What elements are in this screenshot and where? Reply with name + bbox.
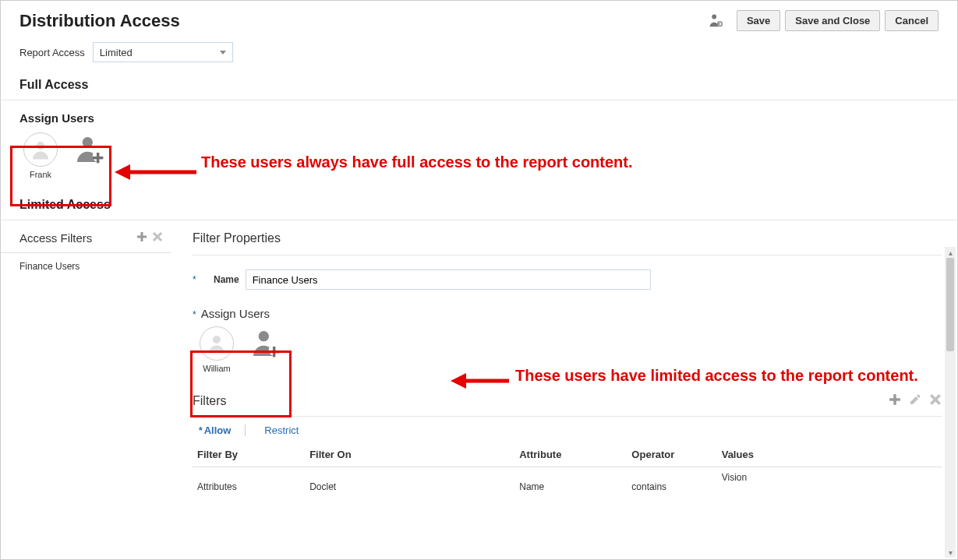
user-admin-icon[interactable] xyxy=(707,12,724,30)
assign-users-heading-limited: * Assign Users xyxy=(193,307,942,320)
add-user-button[interactable] xyxy=(72,132,107,167)
save-button[interactable]: Save xyxy=(737,10,780,31)
add-filter-icon[interactable] xyxy=(136,231,147,245)
access-filter-item[interactable]: Finance Users xyxy=(1,253,179,280)
assign-users-label: Assign Users xyxy=(201,307,270,320)
cell-values: Vision xyxy=(717,467,942,501)
required-marker: * xyxy=(193,309,196,320)
access-filters-header: Access Filters xyxy=(1,231,171,253)
tab-allow[interactable]: *Allow xyxy=(196,424,246,436)
user-chip[interactable]: Frank xyxy=(19,132,62,179)
full-access-users: Frank xyxy=(1,132,957,193)
table-header-row: Filter By Filter On Attribute Operator V… xyxy=(193,442,942,467)
user-name: William xyxy=(203,364,230,373)
svg-point-3 xyxy=(83,137,93,147)
svg-point-2 xyxy=(37,142,44,150)
delete-rule-icon[interactable] xyxy=(929,393,942,408)
scroll-thumb[interactable] xyxy=(946,258,954,351)
avatar-icon xyxy=(23,132,58,167)
report-access-value: Limited xyxy=(100,47,133,58)
limited-access-heading: Limited Access xyxy=(1,193,957,220)
report-access-label: Report Access xyxy=(19,47,85,58)
delete-filter-icon[interactable] xyxy=(152,231,163,245)
filters-header: Filters xyxy=(193,393,942,417)
scroll-down-icon[interactable]: ▾ xyxy=(945,547,956,558)
cell-filter-by: Attributes xyxy=(193,467,305,501)
access-filters-title: Access Filters xyxy=(19,231,92,245)
header-actions: Save Save and Close Cancel xyxy=(707,10,939,31)
cancel-button[interactable]: Cancel xyxy=(885,10,939,31)
edit-rule-icon[interactable] xyxy=(909,393,921,408)
page-header: Distribution Access Save Save and Close … xyxy=(1,1,957,36)
full-access-heading: Full Access xyxy=(1,73,957,100)
filter-name-input[interactable] xyxy=(246,269,651,290)
cell-filter-on: Doclet xyxy=(305,467,514,501)
svg-point-0 xyxy=(712,14,716,19)
tab-restrict[interactable]: Restrict xyxy=(261,424,302,436)
svg-point-10 xyxy=(213,336,221,343)
user-chip[interactable]: William xyxy=(196,326,238,373)
filters-title: Filters xyxy=(193,394,227,408)
scroll-up-icon[interactable]: ▴ xyxy=(945,247,956,258)
filters-tabs: *Allow Restrict xyxy=(193,417,942,442)
filters-table: Filter By Filter On Attribute Operator V… xyxy=(193,442,942,500)
filter-name-label: Name xyxy=(204,274,239,285)
svg-point-1 xyxy=(717,21,723,26)
save-and-close-button[interactable]: Save and Close xyxy=(785,10,880,31)
limited-access-users: William xyxy=(193,326,942,373)
filter-name-row: * Name xyxy=(193,269,942,290)
cell-operator: contains xyxy=(627,467,716,501)
add-user-button[interactable] xyxy=(249,326,283,361)
vertical-scrollbar[interactable]: ▴ ▾ xyxy=(945,247,956,558)
required-marker: * xyxy=(193,274,196,285)
cell-attribute: Name xyxy=(514,467,627,501)
avatar-icon xyxy=(200,326,234,361)
col-operator: Operator xyxy=(627,442,716,467)
add-rule-icon[interactable] xyxy=(889,393,901,408)
report-access-select[interactable]: Limited xyxy=(93,42,233,62)
col-attribute: Attribute xyxy=(514,442,627,467)
limited-access-body: Access Filters Finance Users Filter Prop… xyxy=(1,220,957,535)
user-name: Frank xyxy=(30,170,51,179)
col-values: Values xyxy=(717,442,942,467)
filter-properties-panel: Filter Properties * Name * Assign Users … xyxy=(179,220,957,535)
report-access-row: Report Access Limited xyxy=(1,36,957,73)
filter-properties-heading: Filter Properties xyxy=(193,231,942,255)
table-row[interactable]: Attributes Doclet Name contains Vision xyxy=(193,467,942,501)
assign-users-heading-full: Assign Users xyxy=(1,100,957,132)
page-title: Distribution Access xyxy=(19,11,180,31)
svg-point-11 xyxy=(259,331,269,341)
col-filter-by: Filter By xyxy=(193,442,305,467)
col-filter-on: Filter On xyxy=(305,442,514,467)
access-filters-panel: Access Filters Finance Users xyxy=(1,220,179,535)
